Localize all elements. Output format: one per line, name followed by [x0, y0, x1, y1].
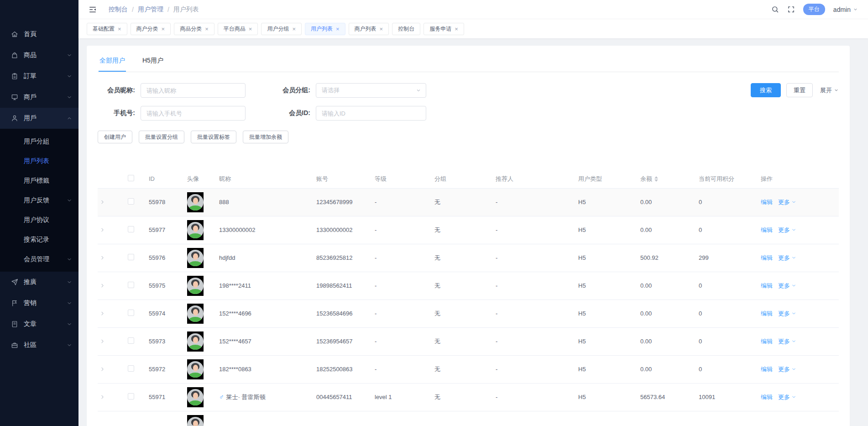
select-all-checkbox[interactable] [128, 175, 134, 181]
nickname-input[interactable] [141, 83, 246, 98]
expand-row-icon[interactable] [99, 199, 124, 205]
edit-link[interactable]: 编辑 [761, 282, 773, 289]
tab-tag[interactable]: 商品分类× [174, 23, 214, 35]
avatar-face [193, 365, 198, 371]
edit-link[interactable]: 编辑 [761, 394, 773, 400]
bulk-action-button[interactable]: 批量增加余额 [243, 131, 288, 143]
more-link[interactable]: 更多 [778, 198, 796, 206]
search-button[interactable]: 搜索 [751, 83, 781, 97]
member-id-input[interactable] [316, 106, 426, 121]
sidebar-subitem[interactable]: 用户协议 [0, 210, 78, 230]
tab-tag[interactable]: 基础配置× [87, 23, 127, 35]
more-link[interactable]: 更多 [778, 310, 796, 318]
chevron-down-icon [67, 74, 72, 79]
sidebar-subitem[interactable]: 用户反馈 [0, 190, 78, 210]
more-link[interactable]: 更多 [778, 393, 796, 401]
user-table: ID头像昵称账号等级分组推荐人用户类型余额当前可用积分操作 5597888812… [98, 170, 839, 426]
more-link[interactable]: 更多 [778, 254, 796, 262]
user-menu[interactable]: admin [833, 6, 858, 13]
expand-row-icon[interactable] [99, 338, 124, 344]
bulk-action-button[interactable]: 创建用户 [98, 131, 132, 143]
tab-tag[interactable]: 控制台 [392, 23, 420, 35]
row-checkbox[interactable] [128, 254, 134, 260]
expand-row-icon[interactable] [99, 283, 124, 289]
edit-link[interactable]: 编辑 [761, 254, 773, 261]
chevron-down-icon [791, 283, 796, 288]
breadcrumb-link[interactable]: 用户管理 [138, 5, 163, 14]
edit-link[interactable]: 编辑 [761, 366, 773, 373]
sidebar-item[interactable]: 营销 [0, 293, 78, 314]
edit-link[interactable]: 编辑 [761, 310, 773, 317]
bulk-action-button[interactable]: 批量设置分组 [139, 131, 184, 143]
sidebar-item[interactable]: 社區 [0, 335, 78, 356]
bulk-action-button[interactable]: 批量设置标签 [191, 131, 236, 143]
fullscreen-icon[interactable] [787, 5, 795, 13]
row-checkbox[interactable] [128, 365, 134, 372]
close-icon[interactable]: × [292, 26, 296, 32]
row-checkbox[interactable] [128, 393, 134, 400]
tab-h5-users[interactable]: H5用户 [141, 52, 164, 72]
sidebar-item[interactable]: 文章 [0, 314, 78, 335]
tab-tag[interactable]: 用户列表× [305, 23, 345, 35]
balance-cell: 0.00 [638, 272, 697, 300]
row-checkbox[interactable] [128, 198, 134, 205]
more-link[interactable]: 更多 [778, 365, 796, 373]
row-checkbox[interactable] [128, 226, 134, 232]
close-icon[interactable]: × [249, 26, 252, 32]
expand-filters-label: 展开 [820, 86, 832, 95]
more-link[interactable]: 更多 [778, 282, 796, 290]
tab-all-users[interactable]: 全部用户 [99, 52, 126, 72]
sidebar-item[interactable]: 用戶 [0, 108, 78, 129]
reset-button[interactable]: 重置 [786, 83, 813, 97]
tag-bar: 基础配置×商户分类×商品分类×平台商品×用户分组×用户列表×商户列表×控制台服务… [78, 19, 868, 38]
sort-icon[interactable] [654, 176, 658, 182]
balance-cell: 0.00 [638, 300, 697, 327]
row-checkbox[interactable] [128, 310, 134, 316]
close-icon[interactable]: × [455, 26, 458, 32]
row-checkbox[interactable] [128, 282, 134, 288]
edit-link[interactable]: 编辑 [761, 338, 773, 345]
phone-input[interactable] [141, 106, 246, 121]
expand-row-icon[interactable] [99, 227, 124, 233]
expand-filters-toggle[interactable]: 展开 [820, 86, 839, 95]
role-badge[interactable]: 平台 [803, 4, 825, 15]
close-icon[interactable]: × [380, 26, 383, 32]
expand-row-icon[interactable] [99, 366, 124, 372]
sidebar-item[interactable]: 推廣 [0, 272, 78, 293]
sidebar-subitem[interactable]: 用戶分組 [0, 131, 78, 151]
row-checkbox[interactable] [128, 337, 134, 344]
expand-row-icon[interactable] [99, 255, 124, 261]
close-icon[interactable]: × [118, 26, 121, 32]
tab-tag[interactable]: 商户分类× [131, 23, 171, 35]
menu-fold-icon[interactable] [89, 5, 97, 14]
sidebar-subitem[interactable]: 会员管理 [0, 249, 78, 269]
sidebar-item[interactable]: 商戶 [0, 87, 78, 108]
sidebar-subitem[interactable]: 用戶列表 [0, 151, 78, 171]
balance-cell: 0.00 [638, 327, 697, 355]
checkbox-cell [126, 411, 147, 426]
tab-tag[interactable]: 商户列表× [349, 23, 389, 35]
tab-tag[interactable]: 用户分组× [261, 23, 302, 35]
search-icon[interactable] [771, 5, 779, 13]
expand-row-icon[interactable] [99, 310, 124, 316]
sidebar-subitem[interactable]: 搜索记录 [0, 230, 78, 249]
more-link[interactable]: 更多 [778, 337, 796, 346]
sidebar-item[interactable]: 商品 [0, 45, 78, 66]
group-cell [433, 411, 494, 426]
close-icon[interactable]: × [162, 26, 165, 32]
tab-tag[interactable]: 平台商品× [218, 23, 258, 35]
close-icon[interactable]: × [205, 26, 209, 32]
group-select[interactable]: 请选择 [316, 83, 426, 98]
edit-link[interactable]: 编辑 [761, 226, 773, 233]
nickname-cell: 888 [217, 188, 314, 216]
account-cell: 85236925812 [314, 244, 373, 272]
breadcrumb-link[interactable]: 控制台 [109, 5, 128, 14]
sidebar-item[interactable]: 首頁 [0, 24, 78, 45]
edit-link[interactable]: 编辑 [761, 199, 773, 205]
expand-row-icon[interactable] [99, 394, 124, 400]
sidebar-item[interactable]: 訂單 [0, 66, 78, 87]
more-link[interactable]: 更多 [778, 226, 796, 234]
sidebar-subitem[interactable]: 用戶標籤 [0, 171, 78, 190]
close-icon[interactable]: × [336, 26, 340, 32]
tab-tag[interactable]: 服务申请× [424, 23, 464, 35]
